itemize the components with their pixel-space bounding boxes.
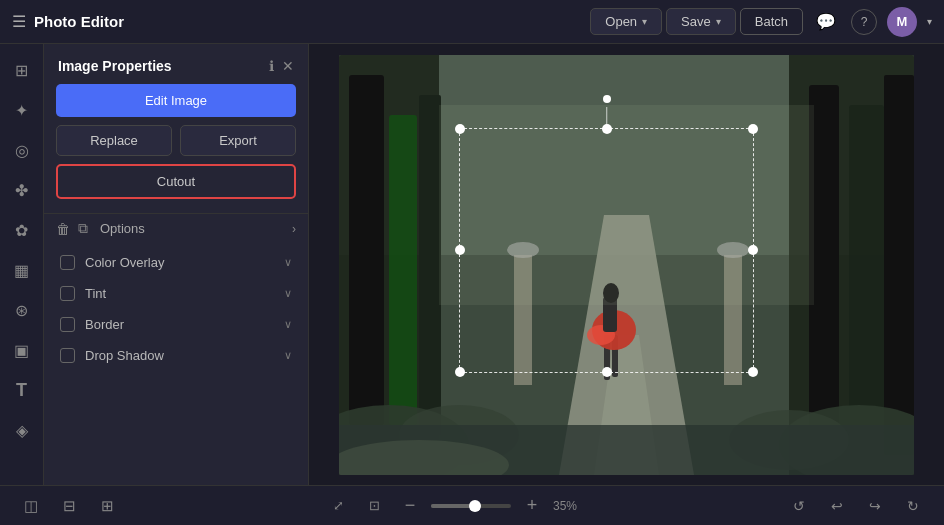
save-chevron-icon: ▾: [716, 16, 721, 27]
border-chevron-icon[interactable]: ∨: [284, 318, 292, 331]
duplicate-icon[interactable]: ⧉: [78, 220, 88, 237]
sidebar-item-people[interactable]: ⊛: [4, 292, 40, 328]
open-button[interactable]: Open ▾: [590, 8, 662, 35]
history-icon[interactable]: ↻: [898, 491, 928, 521]
message-icon[interactable]: 💬: [811, 7, 841, 37]
export-button[interactable]: Export: [180, 125, 296, 156]
zoom-slider-thumb[interactable]: [469, 500, 481, 512]
panel-close-icon[interactable]: ✕: [282, 58, 294, 74]
sidebar-item-sticker[interactable]: ◈: [4, 412, 40, 448]
options-row: 🗑 ⧉ Options ›: [44, 213, 308, 243]
sidebar-item-text[interactable]: T: [4, 372, 40, 408]
main-area: ⊞ ✦ ◎ ✤ ✿ ▦ ⊛ ▣ T ◈ Image Properties ℹ ✕…: [0, 44, 944, 485]
scene-wrapper[interactable]: [339, 55, 914, 475]
zoom-in-icon[interactable]: +: [517, 491, 547, 521]
fit-icon[interactable]: ⤢: [323, 491, 353, 521]
app-title: Photo Editor: [34, 13, 124, 30]
drop-shadow-chevron-icon[interactable]: ∨: [284, 349, 292, 362]
sidebar-item-eye[interactable]: ◎: [4, 132, 40, 168]
canvas-image: [339, 55, 914, 475]
svg-rect-5: [389, 115, 417, 425]
zoom-out-icon[interactable]: −: [395, 491, 425, 521]
reset-icon[interactable]: ↺: [784, 491, 814, 521]
effect-row-color-overlay[interactable]: Color Overlay ∨: [48, 247, 304, 278]
sidebar-item-table[interactable]: ▦: [4, 252, 40, 288]
panel-info-icon[interactable]: ℹ: [269, 58, 274, 74]
properties-panel: Image Properties ℹ ✕ Edit Image Replace …: [44, 44, 309, 485]
color-overlay-label: Color Overlay: [85, 255, 284, 270]
help-icon[interactable]: ?: [851, 9, 877, 35]
bottombar: ◫ ⊟ ⊞ ⤢ ⊡ − + 35% ↺ ↩ ↪ ↻: [0, 485, 944, 525]
avatar-chevron-icon[interactable]: ▾: [927, 16, 932, 27]
svg-rect-28: [439, 105, 814, 305]
tint-chevron-icon[interactable]: ∨: [284, 287, 292, 300]
redo-icon[interactable]: ↪: [860, 491, 890, 521]
replace-export-row: Replace Export: [56, 125, 296, 156]
canvas-area[interactable]: [309, 44, 944, 485]
avatar[interactable]: M: [887, 7, 917, 37]
color-overlay-checkbox[interactable]: [60, 255, 75, 270]
sidebar-item-effects[interactable]: ✦: [4, 92, 40, 128]
sidebar-item-filter[interactable]: ✿: [4, 212, 40, 248]
options-chevron-icon[interactable]: ›: [292, 222, 296, 236]
options-label: Options: [100, 221, 284, 236]
sidebar-icons: ⊞ ✦ ◎ ✤ ✿ ▦ ⊛ ▣ T ◈: [0, 44, 44, 485]
zoom-value: 35%: [553, 499, 583, 513]
bottom-left: ◫ ⊟ ⊞: [16, 491, 122, 521]
bottom-right: ↺ ↩ ↪ ↻: [784, 491, 928, 521]
panel-title: Image Properties: [58, 58, 172, 74]
drop-shadow-checkbox[interactable]: [60, 348, 75, 363]
topbar-left: ☰ Photo Editor: [12, 12, 582, 31]
border-checkbox[interactable]: [60, 317, 75, 332]
batch-button[interactable]: Batch: [740, 8, 803, 35]
effect-row-drop-shadow[interactable]: Drop Shadow ∨: [48, 340, 304, 371]
panel-header-icons: ℹ ✕: [269, 58, 294, 74]
layers-bottom-icon[interactable]: ◫: [16, 491, 46, 521]
edit-image-button[interactable]: Edit Image: [56, 84, 296, 117]
transform-bottom-icon[interactable]: ⊟: [54, 491, 84, 521]
zoom-slider[interactable]: [431, 504, 511, 508]
delete-icon[interactable]: 🗑: [56, 221, 70, 237]
topbar-center: Open ▾ Save ▾ Batch: [590, 8, 803, 35]
color-overlay-chevron-icon[interactable]: ∨: [284, 256, 292, 269]
bottom-center: ⤢ ⊡ − + 35%: [323, 491, 583, 521]
svg-rect-4: [349, 75, 384, 425]
undo-icon[interactable]: ↩: [822, 491, 852, 521]
open-chevron-icon: ▾: [642, 16, 647, 27]
cutout-button[interactable]: Cutout: [56, 164, 296, 199]
grid-bottom-icon[interactable]: ⊞: [92, 491, 122, 521]
save-button[interactable]: Save ▾: [666, 8, 736, 35]
tint-label: Tint: [85, 286, 284, 301]
topbar: ☰ Photo Editor Open ▾ Save ▾ Batch 💬 ? M…: [0, 0, 944, 44]
sidebar-item-frame[interactable]: ▣: [4, 332, 40, 368]
hamburger-icon[interactable]: ☰: [12, 12, 26, 31]
crop-icon[interactable]: ⊡: [359, 491, 389, 521]
panel-header: Image Properties ℹ ✕: [44, 44, 308, 84]
svg-rect-9: [884, 75, 914, 455]
sidebar-item-layers[interactable]: ⊞: [4, 52, 40, 88]
topbar-right: 💬 ? M ▾: [811, 7, 932, 37]
effect-row-border[interactable]: Border ∨: [48, 309, 304, 340]
svg-rect-6: [419, 95, 441, 435]
sidebar-item-ai[interactable]: ✤: [4, 172, 40, 208]
replace-button[interactable]: Replace: [56, 125, 172, 156]
drop-shadow-label: Drop Shadow: [85, 348, 284, 363]
tint-checkbox[interactable]: [60, 286, 75, 301]
border-label: Border: [85, 317, 284, 332]
effect-row-tint[interactable]: Tint ∨: [48, 278, 304, 309]
svg-rect-8: [849, 105, 884, 435]
